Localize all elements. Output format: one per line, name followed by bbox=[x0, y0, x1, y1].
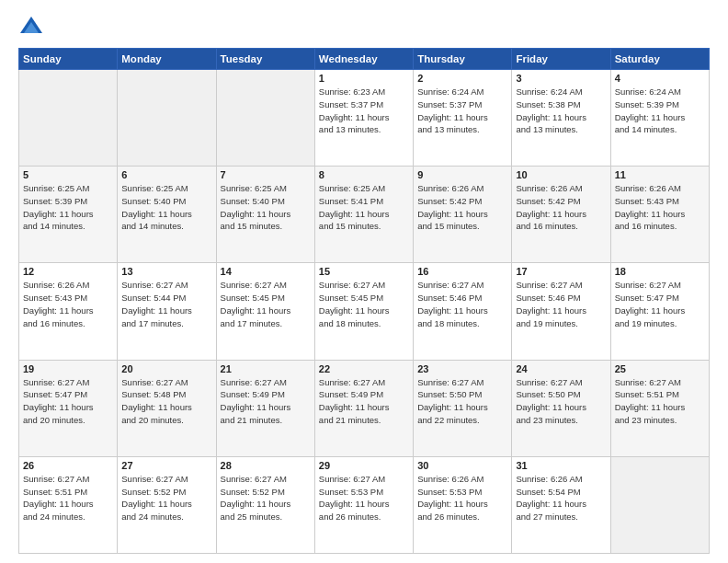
day-number: 22 bbox=[319, 363, 409, 374]
day-info: Sunrise: 6:24 AM Sunset: 5:37 PM Dayligh… bbox=[417, 86, 507, 136]
day-cell bbox=[118, 70, 216, 167]
logo bbox=[18, 15, 48, 40]
day-info: Sunrise: 6:26 AM Sunset: 5:43 PM Dayligh… bbox=[615, 182, 705, 233]
day-number: 23 bbox=[417, 363, 507, 374]
day-cell: 3Sunrise: 6:24 AM Sunset: 5:38 PM Daylig… bbox=[512, 70, 610, 167]
day-info: Sunrise: 6:25 AM Sunset: 5:39 PM Dayligh… bbox=[23, 182, 113, 233]
day-info: Sunrise: 6:27 AM Sunset: 5:49 PM Dayligh… bbox=[221, 376, 311, 427]
week-row-3: 19Sunrise: 6:27 AM Sunset: 5:47 PM Dayli… bbox=[19, 360, 710, 456]
day-cell: 27Sunrise: 6:27 AM Sunset: 5:52 PM Dayli… bbox=[118, 456, 216, 553]
day-number: 25 bbox=[615, 363, 705, 374]
day-number: 17 bbox=[516, 266, 606, 277]
day-info: Sunrise: 6:27 AM Sunset: 5:50 PM Dayligh… bbox=[417, 376, 507, 427]
day-number: 31 bbox=[516, 460, 606, 471]
day-info: Sunrise: 6:27 AM Sunset: 5:53 PM Dayligh… bbox=[319, 473, 409, 523]
day-info: Sunrise: 6:27 AM Sunset: 5:51 PM Dayligh… bbox=[23, 473, 113, 523]
day-number: 28 bbox=[221, 460, 311, 471]
day-cell: 28Sunrise: 6:27 AM Sunset: 5:52 PM Dayli… bbox=[216, 456, 314, 553]
day-info: Sunrise: 6:27 AM Sunset: 5:46 PM Dayligh… bbox=[516, 279, 606, 329]
day-cell: 7Sunrise: 6:25 AM Sunset: 5:40 PM Daylig… bbox=[216, 167, 314, 263]
day-number: 29 bbox=[319, 460, 409, 471]
day-cell: 10Sunrise: 6:26 AM Sunset: 5:42 PM Dayli… bbox=[512, 167, 610, 263]
header bbox=[18, 15, 710, 40]
day-info: Sunrise: 6:27 AM Sunset: 5:45 PM Dayligh… bbox=[319, 279, 409, 329]
day-number: 27 bbox=[121, 460, 211, 471]
day-number: 13 bbox=[121, 266, 211, 277]
day-cell bbox=[19, 70, 118, 167]
day-cell: 2Sunrise: 6:24 AM Sunset: 5:37 PM Daylig… bbox=[414, 70, 512, 167]
header-monday: Monday bbox=[118, 49, 216, 70]
day-cell: 30Sunrise: 6:26 AM Sunset: 5:53 PM Dayli… bbox=[414, 456, 512, 553]
day-info: Sunrise: 6:27 AM Sunset: 5:50 PM Dayligh… bbox=[516, 376, 606, 427]
day-info: Sunrise: 6:27 AM Sunset: 5:52 PM Dayligh… bbox=[221, 473, 311, 523]
day-cell: 17Sunrise: 6:27 AM Sunset: 5:46 PM Dayli… bbox=[512, 263, 610, 360]
day-info: Sunrise: 6:27 AM Sunset: 5:46 PM Dayligh… bbox=[417, 279, 507, 329]
header-tuesday: Tuesday bbox=[216, 49, 314, 70]
day-info: Sunrise: 6:27 AM Sunset: 5:47 PM Dayligh… bbox=[23, 376, 113, 427]
day-cell: 31Sunrise: 6:26 AM Sunset: 5:54 PM Dayli… bbox=[512, 456, 610, 553]
day-info: Sunrise: 6:25 AM Sunset: 5:41 PM Dayligh… bbox=[319, 182, 409, 233]
header-row: SundayMondayTuesdayWednesdayThursdayFrid… bbox=[19, 49, 710, 70]
day-cell: 13Sunrise: 6:27 AM Sunset: 5:44 PM Dayli… bbox=[118, 263, 216, 360]
day-info: Sunrise: 6:26 AM Sunset: 5:42 PM Dayligh… bbox=[516, 182, 606, 233]
day-number: 14 bbox=[221, 266, 311, 277]
day-info: Sunrise: 6:27 AM Sunset: 5:44 PM Dayligh… bbox=[121, 279, 211, 329]
day-cell: 4Sunrise: 6:24 AM Sunset: 5:39 PM Daylig… bbox=[610, 70, 709, 167]
day-info: Sunrise: 6:27 AM Sunset: 5:45 PM Dayligh… bbox=[221, 279, 311, 329]
day-cell: 26Sunrise: 6:27 AM Sunset: 5:51 PM Dayli… bbox=[19, 456, 118, 553]
day-info: Sunrise: 6:27 AM Sunset: 5:52 PM Dayligh… bbox=[121, 473, 211, 523]
header-friday: Friday bbox=[512, 49, 610, 70]
day-cell: 16Sunrise: 6:27 AM Sunset: 5:46 PM Dayli… bbox=[414, 263, 512, 360]
day-info: Sunrise: 6:27 AM Sunset: 5:48 PM Dayligh… bbox=[121, 376, 211, 427]
day-number: 30 bbox=[417, 460, 507, 471]
day-cell: 12Sunrise: 6:26 AM Sunset: 5:43 PM Dayli… bbox=[19, 263, 118, 360]
day-cell: 25Sunrise: 6:27 AM Sunset: 5:51 PM Dayli… bbox=[610, 360, 709, 456]
day-number: 9 bbox=[417, 169, 507, 180]
day-number: 26 bbox=[23, 460, 113, 471]
day-number: 16 bbox=[417, 266, 507, 277]
day-number: 3 bbox=[516, 73, 606, 84]
day-number: 21 bbox=[221, 363, 311, 374]
day-cell: 1Sunrise: 6:23 AM Sunset: 5:37 PM Daylig… bbox=[314, 70, 413, 167]
day-number: 11 bbox=[615, 169, 705, 180]
day-info: Sunrise: 6:26 AM Sunset: 5:54 PM Dayligh… bbox=[516, 473, 606, 523]
day-cell: 15Sunrise: 6:27 AM Sunset: 5:45 PM Dayli… bbox=[314, 263, 413, 360]
day-info: Sunrise: 6:26 AM Sunset: 5:42 PM Dayligh… bbox=[417, 182, 507, 233]
day-number: 10 bbox=[516, 169, 606, 180]
logo-icon bbox=[18, 15, 44, 40]
day-cell: 21Sunrise: 6:27 AM Sunset: 5:49 PM Dayli… bbox=[216, 360, 314, 456]
day-info: Sunrise: 6:27 AM Sunset: 5:51 PM Dayligh… bbox=[615, 376, 705, 427]
day-cell: 11Sunrise: 6:26 AM Sunset: 5:43 PM Dayli… bbox=[610, 167, 709, 263]
calendar-table: SundayMondayTuesdayWednesdayThursdayFrid… bbox=[18, 48, 710, 554]
day-cell: 8Sunrise: 6:25 AM Sunset: 5:41 PM Daylig… bbox=[314, 167, 413, 263]
day-cell: 23Sunrise: 6:27 AM Sunset: 5:50 PM Dayli… bbox=[414, 360, 512, 456]
day-number: 2 bbox=[417, 73, 507, 84]
day-number: 18 bbox=[615, 266, 705, 277]
day-number: 19 bbox=[23, 363, 113, 374]
day-cell bbox=[216, 70, 314, 167]
day-info: Sunrise: 6:26 AM Sunset: 5:43 PM Dayligh… bbox=[23, 279, 113, 329]
header-wednesday: Wednesday bbox=[314, 49, 413, 70]
day-number: 4 bbox=[615, 73, 705, 84]
day-info: Sunrise: 6:24 AM Sunset: 5:39 PM Dayligh… bbox=[615, 86, 705, 136]
day-number: 5 bbox=[23, 169, 113, 180]
page: SundayMondayTuesdayWednesdayThursdayFrid… bbox=[0, 0, 728, 563]
day-cell: 14Sunrise: 6:27 AM Sunset: 5:45 PM Dayli… bbox=[216, 263, 314, 360]
week-row-1: 5Sunrise: 6:25 AM Sunset: 5:39 PM Daylig… bbox=[19, 167, 710, 263]
day-number: 8 bbox=[319, 169, 409, 180]
day-cell: 19Sunrise: 6:27 AM Sunset: 5:47 PM Dayli… bbox=[19, 360, 118, 456]
day-number: 24 bbox=[516, 363, 606, 374]
day-cell: 5Sunrise: 6:25 AM Sunset: 5:39 PM Daylig… bbox=[19, 167, 118, 263]
day-info: Sunrise: 6:27 AM Sunset: 5:49 PM Dayligh… bbox=[319, 376, 409, 427]
day-cell: 9Sunrise: 6:26 AM Sunset: 5:42 PM Daylig… bbox=[414, 167, 512, 263]
day-number: 6 bbox=[121, 169, 211, 180]
week-row-4: 26Sunrise: 6:27 AM Sunset: 5:51 PM Dayli… bbox=[19, 456, 710, 553]
day-number: 12 bbox=[23, 266, 113, 277]
day-info: Sunrise: 6:26 AM Sunset: 5:53 PM Dayligh… bbox=[417, 473, 507, 523]
day-cell: 29Sunrise: 6:27 AM Sunset: 5:53 PM Dayli… bbox=[314, 456, 413, 553]
day-number: 15 bbox=[319, 266, 409, 277]
day-cell: 22Sunrise: 6:27 AM Sunset: 5:49 PM Dayli… bbox=[314, 360, 413, 456]
day-number: 7 bbox=[221, 169, 311, 180]
day-cell: 18Sunrise: 6:27 AM Sunset: 5:47 PM Dayli… bbox=[610, 263, 709, 360]
week-row-2: 12Sunrise: 6:26 AM Sunset: 5:43 PM Dayli… bbox=[19, 263, 710, 360]
